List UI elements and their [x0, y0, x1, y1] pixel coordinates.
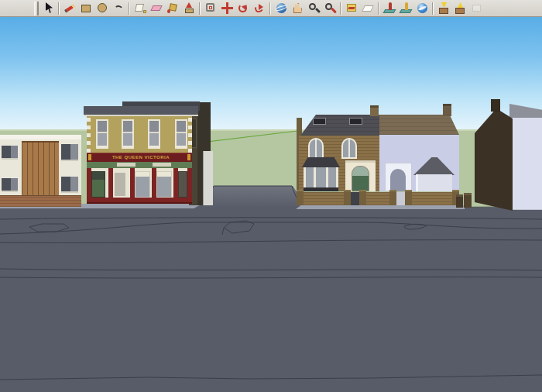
circle-icon	[96, 2, 109, 15]
road-contour-mid1	[0, 269, 542, 270]
rectangle-button[interactable]	[78, 1, 94, 16]
front-door-green	[352, 166, 369, 191]
offset-button[interactable]	[203, 1, 219, 16]
toolbar-separator	[268, 2, 273, 15]
rectangle-icon	[80, 2, 93, 15]
eraser-button[interactable]	[149, 1, 165, 16]
skylight	[349, 118, 362, 125]
traffic-island-right	[404, 224, 427, 229]
push-pull-icon	[183, 2, 196, 15]
pub-corner-door	[178, 171, 187, 198]
wall-pier	[405, 190, 412, 205]
toggle-terrain-button[interactable]	[360, 1, 376, 16]
arc-button[interactable]	[111, 1, 127, 16]
traffic-island-left	[29, 224, 69, 232]
paint-bucket-button[interactable]	[165, 1, 181, 16]
share-model-button[interactable]	[452, 1, 468, 16]
gable-chimney	[491, 99, 500, 112]
select-button[interactable]	[40, 1, 57, 16]
pub-roof-parapet	[84, 106, 198, 116]
rotate-button[interactable]	[235, 1, 252, 16]
zoom-extents-icon	[324, 2, 337, 15]
bay-window-roof	[302, 157, 340, 167]
photo-textures-button[interactable]	[398, 1, 414, 16]
share-component-icon	[470, 2, 483, 15]
pub-quoins-right	[188, 116, 192, 153]
bin	[456, 194, 463, 208]
modern-window	[2, 178, 18, 192]
modern-window	[2, 146, 18, 160]
toolbar-separator	[57, 2, 62, 15]
wall-pier	[344, 190, 351, 205]
wall-pier	[297, 190, 304, 205]
pub-upper-window	[175, 119, 187, 149]
google-earth-button[interactable]	[414, 1, 431, 16]
arched-window	[341, 138, 357, 159]
traffic-island-center	[222, 221, 254, 235]
pub-sign-text: THE QUEEN VICTORIA	[91, 153, 190, 161]
paint-bucket-icon	[166, 2, 180, 15]
pavement-houses	[296, 205, 465, 209]
wall-pier	[359, 190, 366, 205]
toolbar-separator	[376, 2, 382, 15]
orbit-icon	[275, 2, 288, 15]
rotate-icon	[237, 2, 250, 15]
get-models-icon	[437, 2, 451, 15]
garden-wall	[297, 192, 459, 205]
pub-green-band	[87, 162, 192, 168]
pan-icon	[291, 2, 304, 15]
photo-textures-icon	[400, 2, 413, 15]
lavender-building-wall	[511, 118, 542, 209]
chimney	[443, 104, 451, 116]
place-model-icon	[383, 2, 396, 15]
get-models-button[interactable]	[436, 1, 452, 16]
wall-pier	[389, 190, 396, 205]
follow-me-button[interactable]	[252, 1, 268, 16]
toolbar-separator	[197, 2, 203, 15]
zoom-icon	[307, 2, 321, 15]
skylight	[313, 118, 326, 125]
zoom-button[interactable]	[306, 1, 322, 16]
move-icon	[221, 2, 234, 15]
circle-button[interactable]	[94, 1, 111, 16]
offset-icon	[204, 2, 218, 15]
share-model-icon	[454, 2, 467, 15]
modern-brick-wall	[0, 195, 81, 207]
push-pull-button[interactable]	[181, 1, 197, 16]
toolbar-separator	[431, 2, 436, 15]
orbit-button[interactable]	[273, 1, 290, 16]
eraser-icon	[150, 2, 163, 15]
move-button[interactable]	[219, 1, 235, 16]
pub-transom	[153, 163, 171, 167]
road-contour-near	[0, 375, 542, 380]
chimney	[370, 105, 379, 116]
porch-arch-opening	[390, 169, 406, 191]
pub-green-door	[91, 171, 105, 198]
pan-button[interactable]	[290, 1, 306, 16]
lane-contour-upper	[0, 222, 542, 234]
garden-gate-white	[396, 192, 405, 205]
zoom-extents-button[interactable]	[322, 1, 338, 16]
arc-icon	[112, 2, 125, 15]
viewport-canvas[interactable]: THE QUEEN VICTORIA	[0, 17, 542, 392]
toolbar	[0, 0, 542, 17]
toolbar-separator	[338, 2, 344, 15]
modern-wood-panel	[22, 141, 59, 197]
pub-upper-window	[96, 119, 108, 149]
road-contour-mid2	[0, 277, 542, 278]
make-component-button[interactable]	[132, 1, 149, 16]
modern-window	[61, 177, 78, 193]
pub-quoins-left	[87, 116, 91, 153]
toolbar-drag-handle[interactable]	[34, 2, 39, 15]
pub-upper-window	[148, 119, 160, 149]
line-icon	[63, 2, 77, 15]
line-button[interactable]	[62, 1, 78, 16]
toolbar-separator	[127, 2, 132, 15]
arched-window	[308, 138, 324, 159]
place-model-button[interactable]	[382, 1, 398, 16]
bay-window	[304, 167, 338, 191]
lane-contour-lower	[0, 240, 542, 243]
pub-transom	[117, 163, 136, 167]
get-current-view-button[interactable]	[344, 1, 360, 16]
bin	[464, 193, 472, 208]
